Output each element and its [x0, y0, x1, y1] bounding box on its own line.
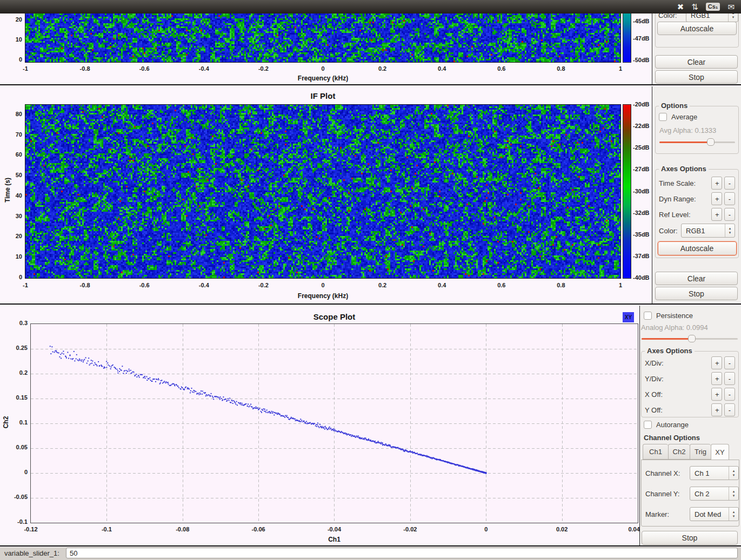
scope-axes-option-decrease-button[interactable]: -	[724, 372, 735, 385]
top-colorbar	[623, 14, 631, 63]
if-waterfall-plot[interactable]	[25, 104, 621, 279]
slider-fill	[659, 141, 711, 143]
average-checkbox[interactable]	[659, 113, 667, 121]
x-tick-label: -0.08	[176, 526, 189, 532]
if-clear-button[interactable]: Clear	[655, 272, 738, 285]
top-x-axis-label: Frequency (kHz)	[25, 75, 620, 82]
if-stop-button[interactable]: Stop	[655, 287, 738, 300]
if-autoscale-button[interactable]: Autoscale	[658, 241, 737, 255]
scope-plot-title: Scope Plot	[31, 312, 638, 321]
top-waterfall-plot[interactable]	[25, 14, 621, 63]
colorbar-tick-label: -20dB	[633, 101, 650, 107]
y-tick-label: 0.25	[6, 345, 28, 351]
if-axes-option-label: Ref Level:	[659, 211, 711, 219]
channel-tab-xy[interactable]: XY	[711, 444, 729, 460]
average-label: Average	[671, 113, 697, 121]
persistence-checkbox[interactable]	[644, 312, 652, 320]
scope-stop-button[interactable]: Stop	[642, 531, 738, 545]
if-color-label: Color:	[659, 227, 681, 235]
x-tick-label: -0.4	[199, 65, 209, 72]
scope-axes-option-decrease-button[interactable]: -	[724, 403, 735, 416]
y-tick-label: -0.1	[6, 518, 28, 525]
scope-xy-plot[interactable]	[30, 323, 638, 523]
scope-axes-option-decrease-button[interactable]: -	[724, 356, 735, 369]
if-axes-option-increase-button[interactable]: +	[711, 177, 722, 190]
mail-icon[interactable]: ✉	[727, 3, 735, 11]
scope-axes-option-increase-button[interactable]: +	[711, 372, 722, 385]
if-axes-option-decrease-button[interactable]: -	[724, 208, 735, 221]
x-tick-label: -0.4	[199, 282, 209, 288]
colorbar-tick-label: -47dB	[633, 35, 650, 42]
channel-option-spinbox[interactable]: Ch 1▴▾	[690, 466, 739, 480]
if-options-groupbox: Options Average Avg Alpha: 0.1333	[655, 106, 739, 154]
top-clear-button[interactable]: Clear	[655, 55, 738, 69]
x-tick-label: -0.2	[258, 282, 269, 288]
if-axes-option-label: Time Scale:	[659, 179, 711, 187]
x-tick-label: -0.02	[403, 526, 417, 532]
colorbar-tick-label: -25dB	[633, 144, 650, 151]
autorange-checkbox[interactable]	[644, 421, 652, 429]
scope-axes-option-increase-button[interactable]: +	[711, 403, 722, 416]
if-axes-option-decrease-button[interactable]: -	[724, 192, 735, 205]
y-tick-label: 0.1	[6, 419, 28, 426]
x-tick-label: 0	[484, 526, 488, 532]
slider-handle[interactable]	[688, 335, 696, 342]
y-tick-label: 0.3	[6, 320, 28, 326]
scope-axes-option-decrease-button[interactable]: -	[724, 388, 735, 401]
variable-slider-input[interactable]	[66, 548, 738, 558]
analog-alpha-label: Analog Alpha: 0.0994	[641, 323, 708, 332]
scope-axes-option-increase-button[interactable]: +	[711, 356, 722, 369]
spin-down-glyph: ▾	[733, 473, 735, 477]
top-autoscale-button[interactable]: Autoscale	[657, 22, 737, 35]
channel-option-spinbox[interactable]: Dot Med▴▾	[690, 507, 739, 521]
scope-axes-option-label: Y/Div:	[645, 375, 711, 383]
x-tick-label: -0.6	[139, 65, 150, 72]
channel-rows: Channel X:Ch 1▴▾Channel Y:Ch 2▴▾Marker:D…	[642, 466, 739, 521]
channel-tab-ch2[interactable]: Ch2	[668, 444, 690, 460]
if-color-value: RGB1	[682, 227, 725, 235]
keyboard-indicator-badge[interactable]: Cs₁	[706, 3, 720, 11]
if-axes-option-decrease-button[interactable]: -	[724, 177, 735, 190]
if-x-axis-label: Frequency (kHz)	[25, 292, 620, 300]
analog-alpha-slider[interactable]	[642, 335, 738, 342]
if-options-title: Options	[659, 102, 690, 110]
if-axes-option-increase-button[interactable]: +	[711, 208, 722, 221]
top-stop-button[interactable]: Stop	[655, 70, 738, 84]
y-tick-label: 60	[1, 151, 22, 158]
colorbar-tick-label: -35dB	[633, 231, 650, 238]
colorbar-tick-label: -32dB	[633, 210, 650, 216]
x-tick-label: 0.2	[378, 65, 386, 72]
channel-option-spinbox[interactable]: Ch 2▴▾	[690, 487, 739, 501]
channel-option-label: Channel X:	[645, 469, 680, 477]
scope-axes-option-row: Y Off:+-	[645, 403, 735, 416]
x-tick-label: -0.8	[80, 282, 90, 288]
y-tick-label: 0	[6, 469, 28, 475]
if-color-spinbox[interactable]: RGB1 ▴▾	[681, 224, 735, 238]
scope-control-panel: Persistence Analog Alpha: 0.0994 Axes Op…	[640, 306, 741, 545]
top-color-label: Color:	[658, 14, 677, 19]
spinner-arrows-icon[interactable]: ▴▾	[729, 467, 738, 480]
top-color-spinbox[interactable]: RGB1 ▴▾	[686, 14, 738, 22]
updown-arrows-icon[interactable]: ⇅	[691, 3, 698, 11]
spinner-arrows-icon[interactable]: ▴▾	[729, 487, 738, 500]
y-tick-label: 0.15	[6, 394, 28, 401]
channel-tab-trig[interactable]: Trig	[690, 444, 711, 460]
channel-tab-ch1[interactable]: Ch1	[643, 444, 668, 460]
channel-option-value: Ch 2	[690, 490, 729, 498]
scope-axes-option-increase-button[interactable]: +	[711, 388, 722, 401]
autorange-label: Autorange	[656, 421, 689, 429]
if-axes-option-increase-button[interactable]: +	[711, 192, 722, 205]
x-tick-label: -0.04	[328, 526, 341, 532]
if-plot-title: IF Plot	[25, 91, 620, 100]
spinner-arrows-icon[interactable]: ▴▾	[729, 508, 738, 521]
avg-alpha-slider[interactable]	[659, 138, 735, 146]
spinner-arrows-icon[interactable]: ▴▾	[728, 14, 738, 22]
window-actions-icon[interactable]: ✖	[677, 3, 684, 11]
x-tick-label: 0.02	[556, 526, 568, 532]
x-tick-label: -1	[23, 282, 28, 288]
channel-option-label: Channel Y:	[645, 490, 679, 498]
spinner-arrows-icon[interactable]: ▴▾	[725, 224, 735, 237]
if-axes-option-row: Ref Level:+-	[659, 208, 735, 221]
slider-handle[interactable]	[707, 138, 715, 146]
y-tick-label: 30	[1, 213, 22, 219]
